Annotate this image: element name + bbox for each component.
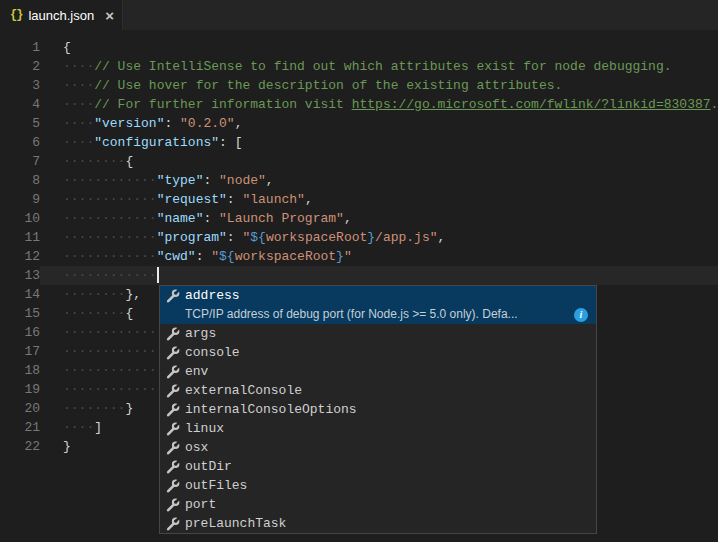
suggest-item-port[interactable]: port	[160, 495, 596, 514]
line-number: 20	[0, 399, 40, 418]
property-wrench-icon	[165, 497, 181, 513]
suggest-item-osx[interactable]: osx	[160, 438, 596, 457]
suggest-item-label: args	[185, 324, 216, 343]
tab-bar: {} launch.json ×	[0, 0, 718, 30]
code-text: ············"program": "${workspaceRoot}…	[40, 228, 718, 247]
code-line[interactable]: 7········{	[0, 152, 718, 171]
line-number: 7	[0, 152, 40, 171]
property-wrench-icon	[165, 516, 181, 532]
property-wrench-icon	[165, 326, 181, 342]
suggest-item-address[interactable]: address	[160, 286, 596, 305]
line-number: 15	[0, 304, 40, 323]
code-line[interactable]: 9············"request": "launch",	[0, 190, 718, 209]
line-number: 19	[0, 380, 40, 399]
code-text: ····// For further information visit htt…	[40, 95, 718, 114]
suggest-item-label: preLaunchTask	[185, 514, 286, 533]
line-number: 22	[0, 437, 40, 456]
suggest-item-outDir[interactable]: outDir	[160, 457, 596, 476]
suggest-selected-block[interactable]: addressTCP/IP address of debug port (for…	[160, 286, 596, 324]
suggest-item-label: linux	[185, 419, 224, 438]
suggest-widget[interactable]: addressTCP/IP address of debug port (for…	[159, 285, 597, 534]
code-line[interactable]: 3····// Use hover for the description of…	[0, 76, 718, 95]
suggest-item-label: outDir	[185, 457, 232, 476]
suggest-item-label: console	[185, 343, 240, 362]
line-number: 14	[0, 285, 40, 304]
json-file-icon: {}	[10, 8, 22, 22]
suggest-item-linux[interactable]: linux	[160, 419, 596, 438]
code-text: ············"name": "Launch Program",	[40, 209, 718, 228]
code-line[interactable]: 12············"cwd": "${workspaceRoot}"	[0, 247, 718, 266]
code-text: ············"request": "launch",	[40, 190, 718, 209]
suggest-item-label: internalConsoleOptions	[185, 400, 357, 419]
code-text: {	[40, 38, 718, 57]
property-wrench-icon	[165, 364, 181, 380]
suggest-item-label: address	[185, 286, 240, 305]
info-icon[interactable]: i	[574, 308, 588, 322]
code-text: ····"version": "0.2.0",	[40, 114, 718, 133]
line-number: 17	[0, 342, 40, 361]
line-number: 4	[0, 95, 40, 114]
line-number: 11	[0, 228, 40, 247]
line-number: 2	[0, 57, 40, 76]
suggest-item-label: port	[185, 495, 216, 514]
property-wrench-icon	[165, 383, 181, 399]
description-text: TCP/IP address of debug port (for Node.j…	[185, 305, 566, 324]
suggest-item-description: TCP/IP address of debug port (for Node.j…	[160, 305, 596, 324]
close-icon[interactable]: ×	[105, 8, 114, 23]
property-wrench-icon	[165, 345, 181, 361]
line-number: 3	[0, 76, 40, 95]
code-text: ····// Use hover for the description of …	[40, 76, 718, 95]
code-line[interactable]: 11············"program": "${workspaceRoo…	[0, 228, 718, 247]
property-wrench-icon	[165, 402, 181, 418]
code-text: ····// Use IntelliSense to find out whic…	[40, 57, 718, 76]
property-wrench-icon	[165, 478, 181, 494]
code-line[interactable]: 13············	[0, 266, 718, 285]
line-number: 13	[0, 266, 40, 285]
line-number: 18	[0, 361, 40, 380]
code-text: ····"configurations": [	[40, 133, 718, 152]
suggest-item-args[interactable]: args	[160, 324, 596, 343]
tab-launch-json[interactable]: {} launch.json ×	[0, 0, 123, 30]
code-line[interactable]: 8············"type": "node",	[0, 171, 718, 190]
property-wrench-icon	[165, 459, 181, 475]
suggest-item-label: env	[185, 362, 208, 381]
line-number: 1	[0, 38, 40, 57]
line-number: 12	[0, 247, 40, 266]
line-number: 16	[0, 323, 40, 342]
suggest-item-console[interactable]: console	[160, 343, 596, 362]
line-number: 9	[0, 190, 40, 209]
code-line[interactable]: 1{	[0, 38, 718, 57]
code-line[interactable]: 4····// For further information visit ht…	[0, 95, 718, 114]
code-line[interactable]: 6····"configurations": [	[0, 133, 718, 152]
line-number: 10	[0, 209, 40, 228]
tab-title: launch.json	[28, 8, 99, 23]
line-number: 6	[0, 133, 40, 152]
code-text: ············"type": "node",	[40, 171, 718, 190]
suggest-item-label: osx	[185, 438, 208, 457]
line-number: 5	[0, 114, 40, 133]
property-wrench-icon	[165, 421, 181, 437]
suggest-item-externalConsole[interactable]: externalConsole	[160, 381, 596, 400]
property-wrench-icon	[165, 288, 181, 304]
code-text: ············"cwd": "${workspaceRoot}"	[40, 247, 718, 266]
code-line[interactable]: 10············"name": "Launch Program",	[0, 209, 718, 228]
property-wrench-icon	[165, 440, 181, 456]
suggest-item-outFiles[interactable]: outFiles	[160, 476, 596, 495]
code-line[interactable]: 2····// Use IntelliSense to find out whi…	[0, 57, 718, 76]
line-number: 8	[0, 171, 40, 190]
code-line[interactable]: 5····"version": "0.2.0",	[0, 114, 718, 133]
code-text: ········{	[40, 152, 718, 171]
code-text: ············	[40, 266, 718, 285]
suggest-item-env[interactable]: env	[160, 362, 596, 381]
suggest-item-internalConsoleOptions[interactable]: internalConsoleOptions	[160, 400, 596, 419]
text-cursor	[157, 267, 159, 283]
suggest-item-label: outFiles	[185, 476, 247, 495]
line-number: 21	[0, 418, 40, 437]
suggest-item-label: externalConsole	[185, 381, 302, 400]
suggest-item-preLaunchTask[interactable]: preLaunchTask	[160, 514, 596, 533]
